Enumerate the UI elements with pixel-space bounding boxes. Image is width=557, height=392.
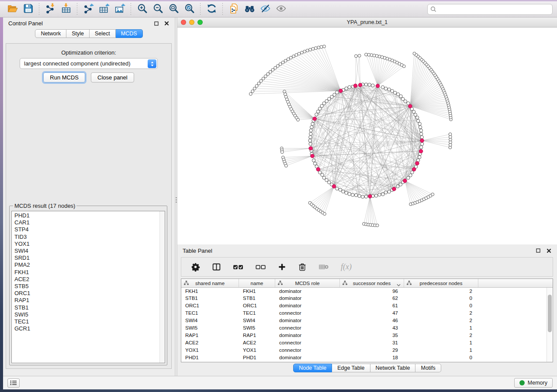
search-network-icon: [244, 3, 255, 15]
dominator-node[interactable]: [358, 83, 362, 87]
dominator-node[interactable]: [332, 185, 336, 189]
dominator-node[interactable]: [403, 179, 407, 183]
dominator-node[interactable]: [419, 149, 423, 153]
optimization-criterion-select[interactable]: largest connected component (undirected): [20, 58, 158, 69]
import-table-button[interactable]: [58, 3, 74, 16]
control-panel-float-icon[interactable]: [153, 21, 159, 27]
dominator-node[interactable]: [415, 162, 419, 165]
dominator-node[interactable]: [313, 117, 317, 121]
dominator-node[interactable]: [353, 84, 357, 88]
save-session-button[interactable]: [20, 3, 36, 16]
copy-network-button[interactable]: [226, 3, 242, 16]
mcds-result-item[interactable]: PMA2: [14, 261, 159, 268]
node-table-scrollbar[interactable]: [547, 288, 553, 362]
search-input[interactable]: [427, 4, 553, 15]
dominator-node[interactable]: [392, 187, 396, 191]
dominator-node[interactable]: [420, 139, 424, 143]
table-row[interactable]: PHD1PHD1dominator180: [181, 354, 547, 361]
export-table-button[interactable]: [96, 3, 112, 16]
column-header-successor-nodes[interactable]: successor nodes: [340, 279, 404, 287]
gear-icon[interactable]: [191, 262, 200, 272]
export-network-button[interactable]: [80, 3, 96, 16]
table-row[interactable]: SWI5SWI5connector431: [181, 324, 547, 332]
table-tab-motifs[interactable]: Motifs: [415, 364, 441, 372]
dominator-node[interactable]: [412, 168, 416, 172]
table-cell: SWI5: [239, 324, 275, 332]
table-row[interactable]: STB1STB1dominator620: [181, 295, 547, 303]
node-table-scrollbar-thumb[interactable]: [548, 295, 552, 332]
table-row[interactable]: TEC1TEC1connector472: [181, 310, 547, 317]
tab-style[interactable]: Style: [66, 29, 90, 38]
table-row[interactable]: SWI4SWI4dominator462: [181, 317, 547, 325]
mcds-result-item[interactable]: STP4: [14, 226, 159, 233]
show-panel-button[interactable]: [273, 3, 289, 16]
memory-button[interactable]: Memory: [514, 378, 553, 388]
add-column-icon[interactable]: [278, 263, 286, 271]
refresh-layout-button[interactable]: [204, 3, 219, 16]
export-image-button[interactable]: [112, 3, 128, 16]
dominator-node[interactable]: [368, 194, 372, 198]
zoom-out-button[interactable]: [150, 3, 166, 16]
mcds-result-item[interactable]: GCR1: [14, 325, 159, 332]
mcds-result-item[interactable]: PHD1: [14, 212, 159, 219]
dominator-node[interactable]: [376, 84, 380, 88]
dominator-node[interactable]: [309, 147, 313, 151]
table-tab-edge-table[interactable]: Edge Table: [332, 364, 370, 372]
mcds-result-list[interactable]: PHD1CAR1STP4TID3YOX1SWI4SRD1PMA2FKH1ACE2…: [11, 211, 165, 363]
delete-row-icon[interactable]: [298, 262, 307, 272]
table-row[interactable]: ACE2ACE2connector311: [181, 339, 547, 347]
mcds-result-item[interactable]: ACE2: [14, 276, 159, 283]
mcds-result-item[interactable]: RAP1: [14, 297, 159, 304]
zoom-fit-button[interactable]: [166, 3, 181, 16]
table-row[interactable]: FKH1FKH1dominator962: [181, 288, 547, 295]
mcds-result-item[interactable]: SWI5: [14, 311, 159, 318]
mcds-result-item[interactable]: TEC1: [14, 318, 159, 325]
network-canvas[interactable]: [177, 28, 557, 244]
control-panel-close-icon[interactable]: [163, 21, 170, 27]
dominator-node[interactable]: [339, 89, 343, 93]
mcds-result-item[interactable]: STB5: [14, 283, 159, 290]
tab-select[interactable]: Select: [90, 29, 116, 38]
open-file-button[interactable]: [4, 3, 20, 16]
column-menu-chevron-icon[interactable]: [397, 282, 401, 287]
mcds-result-item[interactable]: TID3: [14, 234, 159, 241]
mcds-result-item[interactable]: FKH1: [14, 269, 159, 276]
mcds-result-item[interactable]: SRD1: [14, 254, 159, 261]
mcds-list-scrollbar[interactable]: [159, 211, 165, 363]
mcds-result-item[interactable]: SWI4: [14, 248, 159, 254]
tab-network[interactable]: Network: [35, 29, 66, 38]
zoom-in-button[interactable]: [134, 3, 150, 16]
columns-icon[interactable]: [212, 262, 221, 272]
dominator-node[interactable]: [408, 104, 412, 108]
tab-mcds[interactable]: MCDS: [116, 29, 143, 38]
import-network-button[interactable]: [42, 3, 58, 16]
close-panel-button[interactable]: Close panel: [91, 72, 134, 83]
column-header-shared-name[interactable]: shared name: [181, 279, 239, 287]
main-toolbar: [0, 1, 557, 17]
hide-panel-icon: [260, 3, 271, 15]
table-row[interactable]: YOX1YOX1connector291: [181, 347, 547, 354]
zoom-selected-button[interactable]: [181, 3, 197, 16]
table-cell: 1: [404, 347, 478, 354]
table-panel-close-icon[interactable]: [546, 248, 552, 254]
table-row[interactable]: RAP1RAP1dominator352: [181, 332, 547, 339]
hide-panel-button[interactable]: [257, 3, 273, 16]
mcds-result-item[interactable]: YOX1: [14, 241, 159, 248]
search-network-button[interactable]: [242, 3, 257, 16]
dominator-node[interactable]: [316, 168, 320, 172]
column-header-MCDS-role[interactable]: MCDS role: [275, 279, 340, 287]
column-header-predecessor-nodes[interactable]: predecessor nodes: [404, 279, 478, 287]
table-tab-node-table[interactable]: Node Table: [293, 364, 332, 372]
select-all-icon[interactable]: [233, 262, 244, 272]
task-history-button[interactable]: [7, 378, 20, 388]
deselect-all-icon[interactable]: [256, 262, 266, 272]
table-tab-network-table[interactable]: Network Table: [370, 364, 416, 372]
run-mcds-button[interactable]: Run MCDS: [43, 72, 85, 83]
column-header-name[interactable]: name: [239, 279, 275, 287]
dominator-node[interactable]: [311, 154, 315, 158]
mcds-result-item[interactable]: ORC1: [14, 290, 159, 297]
table-panel-float-icon[interactable]: [535, 248, 541, 254]
table-row[interactable]: ORC1ORC1dominator610: [181, 303, 547, 310]
mcds-result-item[interactable]: CAR1: [14, 219, 159, 226]
mcds-result-item[interactable]: STB1: [14, 304, 159, 311]
